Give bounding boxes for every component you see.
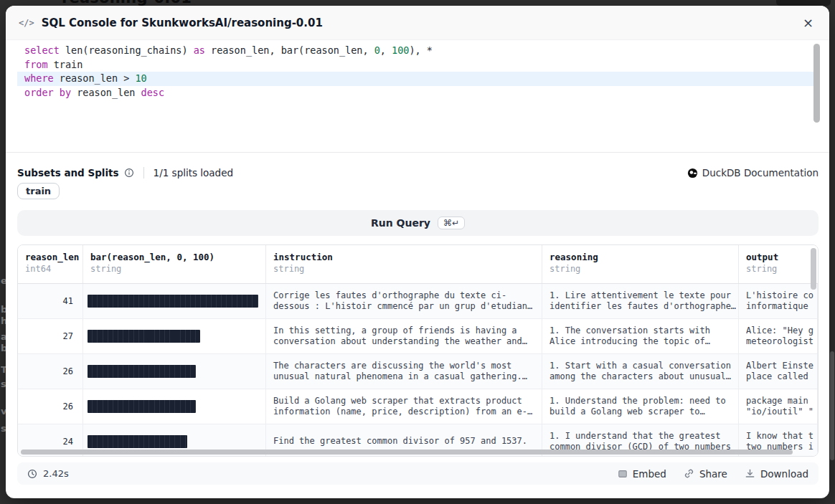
backdrop-page-title-fragment: reasoning-0.01 — [62, 0, 363, 6]
bar-glyph — [88, 365, 196, 378]
split-chip-train[interactable]: train — [17, 183, 60, 199]
cell-bar[interactable] — [83, 319, 266, 353]
run-query-button[interactable]: Run Query ⌘↵ — [17, 210, 819, 236]
code-token: 0 — [374, 44, 380, 56]
cell-instruction[interactable]: Corrige les fautes d'orthographe du text… — [266, 284, 542, 318]
table-body: 41Corrige les fautes d'orthographe du te… — [18, 284, 818, 457]
table-row: 27In this setting, a group of friends is… — [18, 319, 818, 354]
code-token: by — [60, 87, 71, 98]
subsets-splits-label: Subsets and Splits — [17, 167, 119, 179]
cell-text: 1. The conversation starts with Alice in… — [549, 325, 710, 348]
code-line[interactable]: where reason_len > 10 — [17, 72, 816, 86]
code-token — [54, 87, 60, 98]
column-type: string — [90, 264, 258, 274]
cell-reasoning[interactable]: 1. Lire attentivement le texte pour iden… — [542, 284, 739, 318]
sql-editor[interactable]: select len(reasoning_chains) as reason_l… — [6, 40, 829, 153]
results-table: reason_lenint64bar(reason_len, 0, 100)st… — [17, 244, 819, 457]
code-token: order — [24, 87, 54, 98]
code-token: desc — [141, 87, 165, 98]
cell-output[interactable]: L'histoire co informatique — [739, 284, 818, 318]
download-label: Download — [760, 468, 808, 480]
cell-text: Alice: "Hey g meteorologist — [746, 325, 813, 348]
table-row: 41Corrige les fautes d'orthographe du te… — [18, 284, 818, 319]
cell-text: 1. Lire attentivement le texte pour iden… — [549, 290, 736, 313]
column-name: output — [746, 252, 811, 262]
duckdb-documentation-label: DuckDB Documentation — [702, 167, 819, 179]
cell-reasoning[interactable]: 1. Start with a casual conversation amon… — [542, 354, 739, 389]
code-token: len(reasoning_chains) — [60, 44, 194, 56]
code-line[interactable]: order by reason_len desc — [17, 86, 816, 100]
sql-editor-code[interactable]: select len(reasoning_chains) as reason_l… — [6, 40, 829, 100]
column-name: instruction — [273, 252, 534, 262]
embed-button[interactable]: Embed — [618, 468, 666, 480]
divider — [143, 167, 144, 179]
column-name: bar(reason_len, 0, 100) — [90, 252, 258, 262]
table-row: 26The characters are discussing the worl… — [18, 354, 818, 389]
cell-text: Build a Golang web scraper that extracts… — [273, 396, 532, 418]
table-vertical-scrollbar[interactable] — [811, 248, 816, 290]
cell-output[interactable]: Albert Einste place called — [739, 354, 818, 389]
code-token: reason_len, bar(reason_len, — [205, 44, 374, 56]
cell-text: 1. Understand the problem: need to build… — [549, 396, 726, 418]
cell-reason-len[interactable]: 27 — [18, 319, 83, 353]
backdrop-page-scrollbar — [830, 351, 834, 460]
column-type: string — [273, 264, 534, 274]
cell-reasoning[interactable]: 1. The conversation starts with Alice in… — [542, 319, 739, 353]
column-name: reason_len — [25, 252, 75, 262]
query-footer: 2.42s Embed Share Download — [17, 462, 819, 485]
code-line[interactable]: select len(reasoning_chains) as reason_l… — [17, 44, 816, 58]
cell-reason-len[interactable]: 41 — [18, 284, 83, 318]
info-icon[interactable] — [124, 168, 134, 178]
share-button[interactable]: Share — [684, 468, 727, 480]
column-type: int64 — [25, 264, 75, 274]
cell-output[interactable]: Alice: "Hey g meteorologist — [739, 319, 818, 353]
cell-reason-len[interactable]: 26 — [18, 354, 83, 389]
column-header-output: outputstring — [739, 245, 818, 283]
table-horizontal-scrollbar[interactable] — [21, 450, 793, 455]
cell-instruction[interactable]: Build a Golang web scraper that extracts… — [266, 389, 542, 424]
bar-glyph — [88, 400, 196, 413]
download-button[interactable]: Download — [745, 468, 808, 480]
code-token: 10 — [135, 72, 146, 84]
code-icon: </> — [19, 18, 34, 28]
code-token: reason_len > — [54, 72, 136, 84]
sql-console-modal: </> SQL Console for SkunkworksAI/reasoni… — [6, 6, 829, 498]
cell-instruction[interactable]: The characters are discussing the world'… — [266, 354, 542, 389]
splits-loaded-status: 1/1 splits loaded — [154, 167, 233, 179]
cell-output[interactable]: package main "io/ioutil" " — [739, 389, 818, 424]
cell-instruction[interactable]: In this setting, a group of friends is h… — [266, 319, 542, 353]
table-header-row: reason_lenint64bar(reason_len, 0, 100)st… — [18, 245, 818, 284]
cell-bar[interactable] — [83, 284, 266, 318]
code-token: from — [24, 59, 48, 70]
duckdb-logo-icon — [687, 168, 698, 179]
code-token: as — [194, 44, 205, 56]
cell-reason-len[interactable]: 26 — [18, 389, 83, 424]
bar-glyph — [88, 295, 258, 308]
modal-title: SQL Console for SkunkworksAI/reasoning-0… — [42, 16, 323, 29]
subsets-splits-row: Subsets and Splits 1/1 splits loaded Duc… — [17, 163, 819, 182]
cell-text: Corrige les fautes d'orthographe du text… — [273, 290, 532, 313]
share-label: Share — [699, 468, 727, 480]
code-token: , — [380, 44, 392, 56]
close-icon[interactable]: × — [800, 15, 816, 31]
duckdb-documentation-link[interactable]: DuckDB Documentation — [687, 167, 819, 179]
code-token: train — [48, 59, 83, 70]
column-type: string — [746, 264, 811, 274]
cell-bar[interactable] — [83, 354, 266, 389]
cell-text: 1. Start with a casual conversation amon… — [549, 361, 731, 383]
cell-reasoning[interactable]: 1. Understand the problem: need to build… — [542, 389, 739, 424]
keyboard-shortcut-badge: ⌘↵ — [438, 217, 465, 229]
column-header-reasoning: reasoningstring — [542, 245, 739, 283]
cell-bar[interactable] — [83, 389, 266, 424]
code-token: ), * — [409, 44, 433, 56]
code-token: where — [24, 72, 54, 84]
footer-actions: Embed Share Download — [618, 468, 808, 480]
code-line[interactable]: from train — [17, 58, 816, 72]
embed-label: Embed — [633, 468, 666, 480]
cell-text: Albert Einste place called — [746, 361, 813, 383]
code-token: reason_len — [71, 87, 141, 98]
modal-header: </> SQL Console for SkunkworksAI/reasoni… — [6, 6, 829, 40]
embed-icon — [618, 469, 628, 479]
column-header-instruction: instructionstring — [266, 245, 542, 283]
editor-scrollbar[interactable] — [813, 44, 820, 123]
